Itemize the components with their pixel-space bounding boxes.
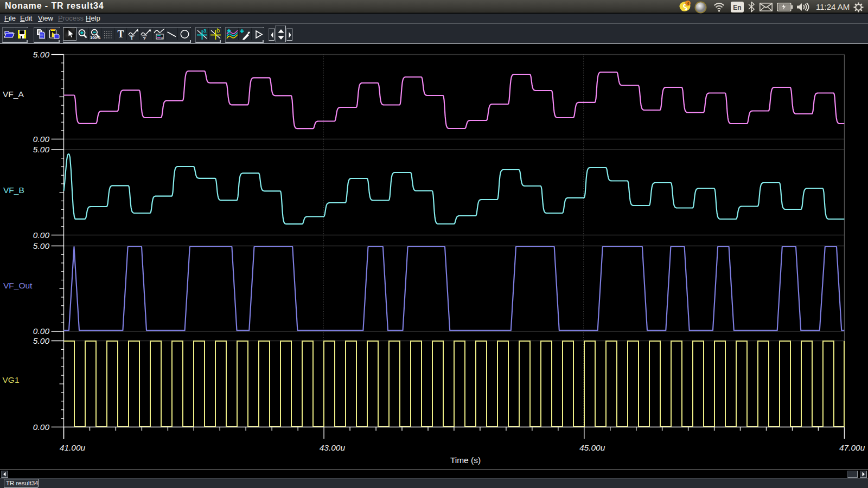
svg-text:0.00: 0.00	[33, 326, 50, 336]
svg-text:41.00u: 41.00u	[60, 443, 86, 452]
svg-text:100%: 100%	[90, 35, 101, 40]
svg-text:VF_B: VF_B	[3, 185, 24, 195]
svg-text:5.00: 5.00	[33, 241, 50, 251]
svg-text:45.00u: 45.00u	[579, 443, 605, 452]
svg-text:5.00: 5.00	[33, 145, 50, 154]
svg-text:En: En	[733, 4, 741, 11]
svg-text:VG1: VG1	[3, 375, 20, 384]
svg-text:5.00: 5.00	[33, 336, 50, 345]
svg-text:VF_A: VF_A	[3, 89, 24, 99]
svg-text:a: a	[203, 28, 207, 34]
svg-text:0.00: 0.00	[33, 422, 50, 432]
svg-text:5.00: 5.00	[33, 50, 50, 59]
svg-text:0.00: 0.00	[33, 134, 50, 144]
svg-text:43.00u: 43.00u	[320, 443, 346, 452]
svg-text:b: b	[216, 28, 220, 34]
svg-text:47.00u: 47.00u	[839, 443, 865, 452]
svg-text:VF_Out: VF_Out	[3, 281, 33, 290]
svg-text:T: T	[118, 29, 124, 40]
svg-text:T: T	[130, 36, 133, 41]
svg-text:Time (s): Time (s)	[450, 455, 481, 465]
svg-text:?: ?	[143, 36, 146, 41]
svg-text:4: 4	[687, 2, 689, 5]
svg-text:0.00: 0.00	[33, 230, 50, 240]
